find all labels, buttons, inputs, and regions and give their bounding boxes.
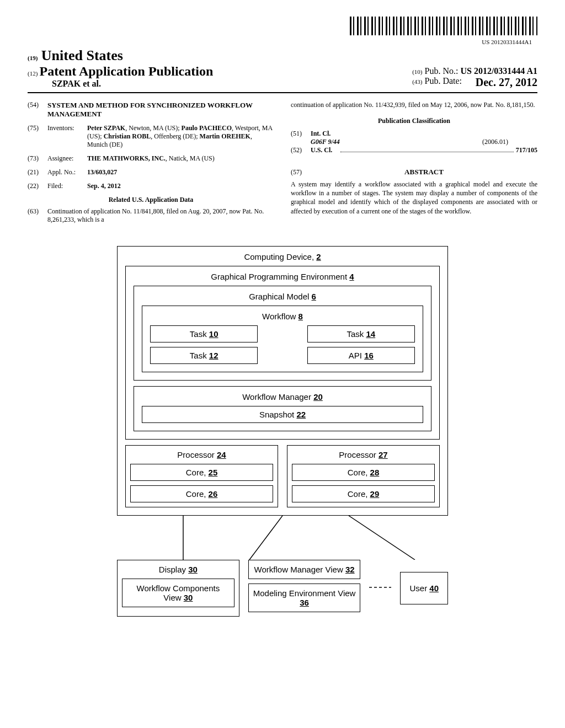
svg-line-2 <box>349 516 415 560</box>
country-name: United States <box>41 47 123 63</box>
env-box: Graphical Programming Environment 4 Grap… <box>125 266 440 440</box>
uscl-label: U.S. Cl. <box>311 146 338 154</box>
display-box: Display 30 Workflow Components View 30 <box>117 560 239 617</box>
pub-date-code: (43) <box>412 78 422 85</box>
inventors-value: Peter SZPAK, Newton, MA (US); Paulo PACH… <box>87 124 274 149</box>
barcode-graphic <box>350 17 537 35</box>
intcl-date: (2006.01) <box>482 138 537 146</box>
device-label: Computing Device, <box>244 252 314 261</box>
snapshot-box: Snapshot 22 <box>142 406 423 423</box>
barcode-number: US 20120331444A1 <box>28 39 537 45</box>
workflow-manager-view-box: Workflow Manager View 32 <box>248 560 361 579</box>
cont-code: (63) <box>28 207 47 224</box>
inventors-label: Inventors: <box>47 124 87 149</box>
intcl-value: G06F 9/44 <box>311 138 482 146</box>
workflow-manager-box: Workflow Manager 20 Snapshot 22 <box>134 386 431 431</box>
dotted-leader <box>340 152 514 152</box>
intcl-label: Int. Cl. <box>311 130 344 138</box>
model-box: Graphical Model 6 Workflow 8 Task 10 <box>134 286 431 381</box>
assignee-code: (73) <box>28 154 47 163</box>
cont-text: Continuation of application No. 11/841,8… <box>47 207 274 224</box>
inventors-code: (75) <box>28 124 47 149</box>
api-box: API 16 <box>307 347 415 364</box>
workflow-components-view-box: Workflow Components View 30 <box>122 579 234 607</box>
core-25-box: Core, 25 <box>130 464 273 481</box>
appl-no: 13/603,027 <box>87 168 117 176</box>
invention-title: SYSTEM AND METHOD FOR SYNCHRONIZED WORKF… <box>47 101 274 119</box>
task-14-box: Task 14 <box>307 325 415 342</box>
filed-label: Filed: <box>47 182 87 190</box>
core-29-box: Core, 29 <box>292 485 435 502</box>
wfm-ref: 20 <box>313 392 323 402</box>
pub-date-label: Pub. Date: <box>425 76 462 85</box>
workflow-box: Workflow 8 Task 10 Task 14 <box>142 306 423 372</box>
authors-line: SZPAK et al. <box>28 79 412 89</box>
assignee-label: Assignee: <box>47 154 87 163</box>
model-ref: 6 <box>312 292 316 301</box>
workflow-ref: 8 <box>299 312 303 321</box>
user-box: User 40 <box>400 572 448 604</box>
abstract-text: A system may identify a workflow associa… <box>291 180 537 216</box>
svg-line-1 <box>249 516 282 560</box>
env-label: Graphical Programming Environment <box>211 272 347 281</box>
figure-diagram: Computing Device, 2 Graphical Programmin… <box>117 246 448 617</box>
dashed-connector <box>369 582 391 633</box>
modeling-env-view-box: Modeling Environment View 36 <box>248 584 361 612</box>
model-label: Graphical Model <box>249 292 309 301</box>
wfm-label: Workflow Manager <box>242 392 311 402</box>
task-10-box: Task 10 <box>150 325 258 342</box>
classification-header: Publication Classification <box>291 117 537 125</box>
pub-no-label: Pub. No.: <box>425 66 459 76</box>
core-28-box: Core, 28 <box>292 464 435 481</box>
abstract-label: ABSTRACT <box>311 168 537 176</box>
appl-code: (21) <box>28 168 47 176</box>
device-ref: 2 <box>316 252 321 261</box>
biblio-columns: (54) SYSTEM AND METHOD FOR SYNCHRONIZED … <box>28 101 537 229</box>
cont-continued: continuation of application No. 11/432,9… <box>291 101 537 109</box>
pub-date: Dec. 27, 2012 <box>476 76 537 89</box>
uscl-code: (52) <box>291 146 311 154</box>
uscl-value: 717/105 <box>516 146 537 154</box>
pub-no-code: (10) <box>412 68 422 75</box>
abstract-code: (57) <box>291 168 311 176</box>
processor-24-box: Processor 24 Core, 25 Core, 26 <box>125 445 278 507</box>
related-header: Related U.S. Application Data <box>28 196 274 204</box>
title-code: (54) <box>28 101 47 119</box>
intcl-code: (51) <box>291 130 311 138</box>
doc-type: Patent Application Publication <box>40 64 214 78</box>
filed-code: (22) <box>28 182 47 190</box>
processor-27-box: Processor 27 Core, 28 Core, 29 <box>287 445 440 507</box>
header: (19) United States (12) Patent Applicati… <box>28 47 537 93</box>
filed-date: Sep. 4, 2012 <box>87 182 121 190</box>
env-ref: 4 <box>349 272 354 281</box>
computing-device-box: Computing Device, 2 Graphical Programmin… <box>117 246 448 516</box>
core-26-box: Core, 26 <box>130 485 273 502</box>
barcode-block: US 20120331444A1 <box>28 17 537 45</box>
connector-lines <box>117 516 448 560</box>
appl-label: Appl. No.: <box>47 168 87 176</box>
assignee-value: THE MATHWORKS, INC., Natick, MA (US) <box>87 154 274 163</box>
doc-type-code: (12) <box>28 70 38 77</box>
workflow-label: Workflow <box>262 312 296 321</box>
country-code: (19) <box>28 55 38 61</box>
task-12-box: Task 12 <box>150 347 258 364</box>
pub-no: US 2012/0331444 A1 <box>460 66 537 76</box>
